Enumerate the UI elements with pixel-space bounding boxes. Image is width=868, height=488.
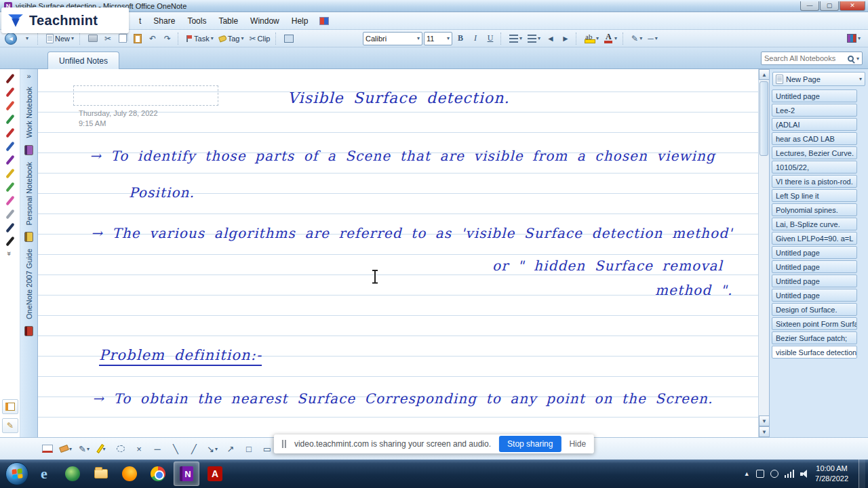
menu-help[interactable]: Help bbox=[285, 14, 315, 28]
taskbar-chrome[interactable] bbox=[145, 462, 171, 486]
page-tab[interactable]: Untitled page bbox=[772, 246, 857, 259]
pen-color-icon[interactable] bbox=[3, 180, 17, 194]
search-icon[interactable] bbox=[848, 56, 854, 62]
italic-button[interactable]: I bbox=[469, 31, 482, 45]
show-hidden-icons[interactable]: ▲ bbox=[744, 470, 750, 477]
page-tab[interactable]: Lee-2 bbox=[772, 104, 857, 117]
redo-button[interactable]: ↷ bbox=[161, 31, 174, 45]
clip-button[interactable]: ✂ Clip bbox=[247, 31, 272, 45]
pen-color-icon[interactable] bbox=[3, 126, 17, 140]
addin-icon[interactable] bbox=[319, 17, 329, 25]
page-tab[interactable]: (ADLAI bbox=[772, 118, 857, 131]
scrollbar-thumb[interactable] bbox=[760, 81, 768, 156]
arrow-tool-up-right[interactable]: ↗ bbox=[222, 441, 239, 457]
lasso-select-button[interactable] bbox=[113, 441, 129, 457]
insert-table-button[interactable] bbox=[282, 31, 296, 45]
pen-color-icon[interactable] bbox=[3, 235, 17, 248]
pen-color-icon[interactable] bbox=[3, 153, 17, 167]
page-tab[interactable]: Bezier Surface patch; bbox=[772, 331, 857, 344]
new-page-button[interactable]: New ▾ bbox=[44, 31, 76, 45]
taskbar-media-player[interactable] bbox=[60, 462, 85, 486]
start-button[interactable] bbox=[5, 462, 28, 485]
hide-button[interactable]: Hide bbox=[569, 439, 586, 449]
line-style-button[interactable]: ─▾ bbox=[646, 31, 660, 45]
font-color-button[interactable]: ▾ bbox=[602, 31, 619, 45]
highlighter-button[interactable]: ▾ bbox=[94, 441, 111, 457]
page-tab[interactable]: Untitled page bbox=[772, 289, 857, 302]
page-tab[interactable]: Design of Surface. bbox=[772, 303, 857, 316]
wide-rectangle-tool[interactable]: ▭ bbox=[259, 441, 275, 457]
volume-icon[interactable] bbox=[800, 470, 809, 479]
pen-select-button[interactable]: ✎ bbox=[2, 418, 18, 433]
taskbar-adobe-reader[interactable]: A bbox=[202, 462, 228, 486]
tray-status-icon[interactable] bbox=[770, 470, 778, 478]
font-size-combobox[interactable]: 11▾ bbox=[424, 32, 452, 45]
underline-button[interactable]: U bbox=[484, 31, 497, 45]
more-pens-icon[interactable]: » bbox=[6, 251, 14, 256]
menu-window[interactable]: Window bbox=[244, 14, 285, 28]
highlight-button[interactable]: ▾ bbox=[583, 31, 601, 45]
stop-sharing-button[interactable]: Stop sharing bbox=[499, 436, 561, 452]
notebook-icon[interactable] bbox=[24, 326, 33, 336]
journal-button[interactable] bbox=[2, 399, 18, 414]
page-title-placeholder[interactable] bbox=[73, 85, 218, 106]
page-canvas[interactable]: Thursday, July 28, 2022 9:15 AM Visible … bbox=[38, 69, 758, 437]
page-tab-selected[interactable]: visible Surface detection bbox=[772, 346, 857, 359]
page-tab[interactable]: Sixteen point Form Surfa bbox=[772, 317, 857, 330]
sidebar-item-work-notebook[interactable]: Work Notebook bbox=[25, 87, 33, 138]
page-tab[interactable]: Polynomial spines. bbox=[772, 203, 857, 216]
eraser-button[interactable]: ▾ bbox=[58, 441, 74, 457]
sidebar-item-onenote-guide[interactable]: OneNote 2007 Guide bbox=[25, 249, 33, 319]
notebook-icon[interactable] bbox=[24, 232, 33, 242]
search-scope-dropdown[interactable]: ▾ bbox=[856, 56, 859, 62]
pen-button[interactable]: ✎▾ bbox=[76, 441, 92, 457]
taskbar-onenote-active[interactable]: N bbox=[174, 462, 199, 486]
page-tab[interactable]: VI there is a piston-rod. bbox=[772, 175, 857, 188]
pen-color-icon[interactable] bbox=[3, 221, 17, 235]
pen-color-icon[interactable] bbox=[3, 194, 17, 207]
close-button[interactable]: ✕ bbox=[840, 1, 865, 11]
page-tab[interactable]: Given LPLPo4=90. a=L bbox=[772, 232, 857, 245]
page-tab[interactable]: Lai, B-Splize curve. bbox=[772, 218, 857, 230]
page-tab[interactable]: Untitled page bbox=[772, 89, 857, 102]
bullet-list-button[interactable]: ▾ bbox=[507, 31, 524, 45]
vertical-scrollbar[interactable]: ▲ ▼ ▼ bbox=[758, 69, 769, 437]
rectangle-tool[interactable]: □ bbox=[241, 441, 257, 457]
pen-color-icon[interactable] bbox=[3, 72, 17, 85]
taskbar-explorer[interactable] bbox=[88, 462, 114, 486]
tray-app-icon[interactable] bbox=[756, 470, 764, 478]
scroll-up-icon[interactable]: ▲ bbox=[759, 69, 770, 80]
new-page-button[interactable]: New Page ▾ bbox=[772, 72, 865, 86]
pen-color-icon[interactable] bbox=[3, 85, 17, 99]
page-tab[interactable]: Left Sp line it bbox=[772, 189, 857, 202]
maximize-button[interactable]: ▢ bbox=[820, 1, 839, 11]
show-desktop-button[interactable] bbox=[859, 460, 865, 488]
expand-navbar-icon[interactable]: » bbox=[26, 72, 31, 80]
scroll-down-icon[interactable]: ▼ bbox=[759, 415, 770, 426]
page-tab[interactable]: 10105/22, bbox=[772, 161, 857, 174]
numbered-list-button[interactable]: ▾ bbox=[526, 31, 542, 45]
notebook-list-button[interactable]: ▾ bbox=[845, 31, 863, 45]
taskbar-firefox[interactable] bbox=[117, 462, 142, 486]
bold-button[interactable]: B bbox=[454, 31, 467, 45]
back-button[interactable]: ◄ bbox=[3, 31, 19, 45]
taskbar-ie[interactable]: e bbox=[31, 462, 57, 486]
minimize-button[interactable]: — bbox=[800, 1, 819, 11]
task-button[interactable]: Task▾ bbox=[184, 31, 216, 45]
line-tool-horizontal[interactable]: ─ bbox=[149, 441, 165, 457]
pen-color-icon[interactable] bbox=[3, 167, 17, 180]
search-input[interactable] bbox=[764, 54, 845, 62]
print-button[interactable] bbox=[86, 31, 100, 45]
tag-button[interactable]: Tag▾ bbox=[217, 31, 246, 45]
cut-button[interactable]: ✂ bbox=[101, 31, 115, 45]
delete-stroke-button[interactable]: × bbox=[131, 441, 147, 457]
page-tab[interactable]: Untitled page bbox=[772, 274, 857, 287]
pen-color-icon[interactable] bbox=[3, 113, 17, 126]
menu-tools[interactable]: Tools bbox=[181, 14, 212, 28]
page-tab[interactable]: Lectures, Bezier Curve. bbox=[772, 146, 857, 159]
scroll-page-down-icon[interactable]: ▼ bbox=[759, 426, 770, 437]
line-tool-diagonal-up[interactable]: ╱ bbox=[186, 441, 202, 457]
paste-button[interactable] bbox=[131, 31, 144, 45]
menu-format-fragment[interactable]: t bbox=[133, 14, 147, 28]
line-tool-diagonal-down[interactable]: ╲ bbox=[167, 441, 184, 457]
